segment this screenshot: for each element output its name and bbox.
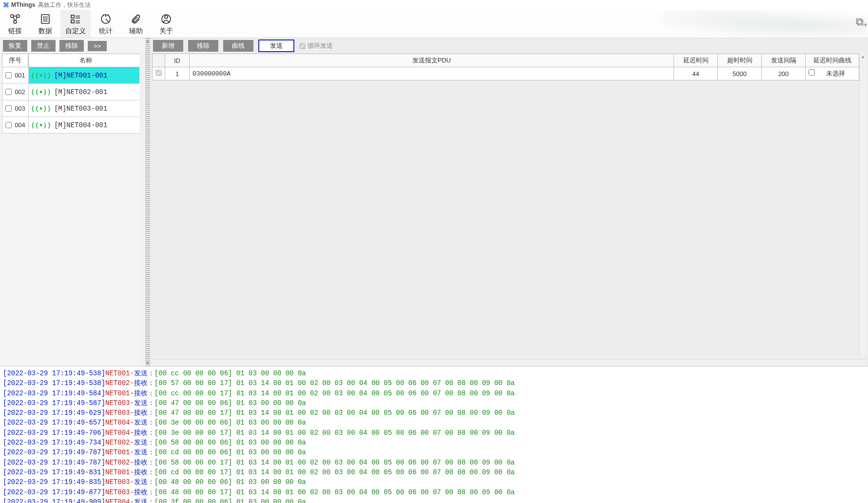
titlebar: ⌘ MThings 高效工作，快乐生活 [0, 0, 868, 10]
signal-icon: ((•)) [31, 88, 51, 96]
device-row[interactable]: 001((•))[M]NET001-001 [2, 67, 143, 84]
restore-button[interactable]: 恢复 [3, 40, 27, 52]
forbid-button[interactable]: 禁止 [31, 40, 56, 52]
toolbar-icon [69, 12, 82, 26]
log-line: [2022-03-29 17:19:49-657]NET004-发送：[00 3… [3, 418, 865, 427]
vertical-splitter[interactable] [145, 38, 150, 366]
toolbar-label: 辅助 [129, 27, 143, 36]
toolbar-链接[interactable]: 链接 [0, 10, 30, 38]
signal-icon: ((•)) [31, 121, 51, 129]
curve-checkbox[interactable] [809, 69, 815, 76]
main-toolbar: 链接数据自定义统计辅助关于 ⧉₊ [0, 10, 868, 38]
log-line: [2022-03-29 17:19:49-787]NET002-接收：[00 5… [3, 458, 865, 467]
grid-curve[interactable]: 未选择 [806, 67, 859, 80]
col-curve: 延迟时间曲线 [806, 54, 859, 67]
device-row[interactable]: 002((•))[M]NET002-001 [2, 84, 143, 100]
toolbar-辅助[interactable]: 辅助 [121, 10, 151, 38]
col-id: ID [165, 54, 190, 67]
logo-icon: ⌘ [3, 1, 9, 9]
toolbar-icon [9, 12, 21, 26]
toolbar-icon [160, 12, 172, 26]
send-button[interactable]: 发送 [258, 39, 294, 52]
app-name: MThings [11, 1, 35, 8]
main-area: 恢复 禁止 移除 >> 序号 名称 001((•))[M]NET001-0010… [0, 38, 868, 367]
col-seq: 序号 [2, 54, 28, 67]
device-name-cell[interactable]: ((•))[M]NET004-001 [29, 117, 143, 133]
device-seq: 002 [15, 88, 25, 96]
svg-rect-5 [71, 20, 74, 23]
grid-row-check[interactable] [153, 67, 165, 80]
log-line: [2022-03-29 17:19:49-831]NET001-接收：[00 c… [3, 467, 865, 477]
col-interval: 发送间隔 [762, 54, 806, 67]
new-panel-icon[interactable]: ⧉₊ [856, 16, 867, 28]
loop-send-label[interactable]: 循环发送 [299, 41, 333, 50]
col-pdu: 发送报文PDU [190, 54, 674, 67]
device-checkbox[interactable] [5, 89, 12, 95]
device-name-cell[interactable]: ((•))[M]NET001-001 [29, 67, 143, 83]
device-row[interactable]: 004((•))[M]NET004-001 [2, 117, 143, 134]
col-delay: 延迟时间 [674, 54, 718, 67]
grid-id: 1 [165, 67, 190, 80]
log-line: [2022-03-29 17:19:49-877]NET003-接收：[00 4… [3, 487, 865, 497]
grid-corner [153, 54, 165, 67]
left-toolbar: 恢复 禁止 移除 >> [0, 38, 145, 54]
log-line: [2022-03-29 17:19:49-538]NET001-发送：[00 c… [3, 368, 865, 378]
grid-interval[interactable]: 200 [762, 67, 806, 80]
device-seq-cell: 002 [2, 84, 29, 100]
device-seq-cell: 003 [2, 100, 29, 116]
pdu-grid: ID 发送报文PDU 延迟时间 超时时间 发送间隔 延迟时间曲线 1030000… [152, 54, 859, 80]
log-line: [2022-03-29 17:19:49-538]NET002-接收：[00 5… [3, 378, 865, 388]
scrollbar-vertical[interactable] [139, 54, 145, 366]
device-table-header: 序号 名称 [2, 54, 143, 67]
device-name: [M]NET001-001 [54, 72, 107, 79]
grid-delay[interactable]: 44 [674, 67, 718, 80]
loop-send-checkbox[interactable] [299, 43, 306, 49]
toolbar-统计[interactable]: 统计 [91, 10, 121, 38]
device-checkbox[interactable] [5, 122, 12, 128]
toolbar-label: 自定义 [65, 27, 86, 36]
device-checkbox[interactable] [5, 72, 12, 78]
grid-row[interactable]: 1030000000A445000200未选择 [153, 67, 859, 80]
toolbar-icon [131, 12, 141, 26]
app-slogan: 高效工作，快乐生活 [38, 1, 91, 9]
svg-rect-4 [71, 15, 74, 18]
grid-timeout[interactable]: 5000 [718, 67, 762, 80]
toolbar-关于[interactable]: 关于 [151, 10, 181, 38]
device-name-cell[interactable]: ((•))[M]NET003-001 [29, 100, 143, 116]
toolbar-label: 关于 [159, 27, 173, 36]
toolbar-icon [39, 12, 51, 26]
right-toolbar: 新增 移除 曲线 发送 循环发送 [150, 38, 868, 54]
svg-point-8 [165, 16, 168, 19]
col-timeout: 超时时间 [718, 54, 762, 67]
device-name-cell[interactable]: ((•))[M]NET002-001 [29, 84, 143, 100]
toolbar-icon [100, 12, 112, 26]
toolbar-自定义[interactable]: 自定义 [60, 10, 91, 38]
device-seq: 004 [15, 121, 25, 129]
device-seq: 003 [15, 105, 25, 112]
device-table: 序号 名称 001((•))[M]NET001-001002((•))[M]NE… [2, 54, 143, 134]
right-pane: 新增 移除 曲线 发送 循环发送 ID 发送报文PDU 延迟时间 超时时间 发送… [150, 38, 868, 366]
add-button[interactable]: 新增 [153, 40, 183, 52]
left-pane: 恢复 禁止 移除 >> 序号 名称 001((•))[M]NET001-0010… [0, 38, 145, 366]
grid-scrollbar-horizontal[interactable] [152, 359, 866, 366]
curve-button[interactable]: 曲线 [223, 40, 253, 52]
remove-row-button[interactable]: 移除 [188, 40, 218, 52]
remove-button[interactable]: 移除 [59, 40, 84, 52]
device-seq: 001 [15, 72, 25, 79]
toolbar-数据[interactable]: 数据 [30, 10, 60, 38]
grid-wrap: ID 发送报文PDU 延迟时间 超时时间 发送间隔 延迟时间曲线 1030000… [152, 54, 866, 357]
log-pane[interactable]: [2022-03-29 17:19:49-538]NET001-发送：[00 c… [0, 367, 868, 503]
toolbar-label: 链接 [8, 27, 22, 36]
device-seq-cell: 001 [2, 67, 29, 83]
device-name: [M]NET004-001 [54, 121, 107, 129]
grid-scrollbar-vertical[interactable] [859, 54, 866, 357]
log-line: [2022-03-29 17:19:49-909]NET004-发送：[00 3… [3, 497, 865, 503]
grid-pdu[interactable]: 030000000A [190, 67, 674, 80]
log-line: [2022-03-29 17:19:49-587]NET003-发送：[00 4… [3, 398, 865, 408]
col-name: 名称 [28, 54, 143, 67]
device-row[interactable]: 003((•))[M]NET003-001 [2, 100, 143, 117]
forward-button[interactable]: >> [88, 41, 107, 51]
device-seq-cell: 004 [2, 117, 29, 133]
toolbar-label: 数据 [39, 27, 52, 36]
device-checkbox[interactable] [5, 105, 12, 112]
